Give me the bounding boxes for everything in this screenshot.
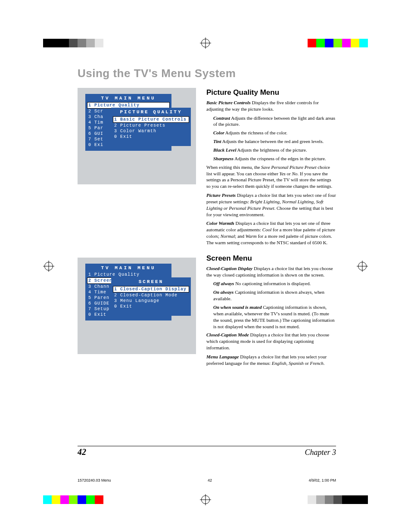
em: No (292, 171, 298, 176)
page-footer: 42 Chapter 3 (78, 446, 336, 457)
color-swatch (95, 39, 103, 47)
color-swatch (308, 495, 316, 504)
chapter-label: Chapter 3 (305, 448, 336, 457)
printer-marks-top (0, 39, 411, 47)
color-swatch (60, 495, 69, 504)
tv-sub-title: SCREEN (112, 278, 190, 286)
color-swatch (316, 39, 325, 47)
tv-menu-item: 1 Basic Picture Controls (113, 116, 189, 123)
color-swatch (69, 39, 78, 47)
tv-menu-item: 1 Closed-Caption Display (113, 286, 189, 292)
color-swatch (342, 39, 351, 47)
term: On when sound is muted (213, 305, 262, 310)
desc: No captioning information is displayed. (234, 281, 311, 286)
registration-mark-right (358, 262, 367, 271)
slug-datetime: 4/9/02, 1:00 PM (308, 478, 336, 482)
em: Warm (246, 233, 257, 239)
tv-submenu-screen: SCREEN 1 Closed-Caption Display2 Closed-… (111, 277, 191, 316)
color-swatch (308, 39, 316, 47)
term: Off always (213, 281, 234, 286)
page-content: Using the TV's Menu System TV MAIN MENU … (78, 67, 336, 369)
color-swatch (69, 495, 78, 504)
tv-menu-screen: TV MAIN MENU 1 Picture Quality2 Screen3 … (78, 258, 196, 354)
desc: Adjusts the difference between the light… (213, 115, 335, 127)
printer-marks-bottom (0, 495, 411, 504)
slug-page: 42 (208, 478, 212, 482)
color-swatch (333, 39, 342, 47)
color-swatch (86, 39, 95, 47)
em: Yes (280, 171, 286, 176)
term: Color Warmth (206, 221, 234, 226)
color-swatch (325, 495, 333, 504)
para-save-preset: When exiting this menu, the Save Persona… (206, 164, 336, 190)
term: Basic Picture Controls (206, 100, 251, 105)
em: Normal (221, 233, 235, 239)
term: Sharpness (213, 156, 234, 161)
color-swatch (351, 495, 359, 504)
tv-submenu-picture-quality: PICTURE QUALITY 1 Basic Picture Controls… (111, 108, 191, 146)
term: Picture Presets (206, 193, 236, 198)
color-swatch (52, 39, 60, 47)
term: Closed-Caption Display (206, 266, 252, 271)
para-on-always: On always Captioning information is show… (213, 289, 336, 302)
tv-menu-item: 3 Menu Language (113, 298, 189, 304)
page-number: 42 (78, 447, 86, 457)
term: Color (213, 130, 224, 135)
slug-file: 15720240.03 Menu (78, 478, 111, 482)
t: or (304, 361, 310, 366)
color-swatch (43, 495, 52, 504)
heading-picture-quality: Picture Quality Menu (206, 88, 336, 98)
color-swatch (359, 39, 368, 47)
t: or (286, 171, 292, 176)
tv-menu-item: 2 Closed-Caption Mode (113, 292, 189, 298)
para-tint: Tint Adjusts the balance between the red… (213, 138, 336, 145)
section-title: Using the TV's Menu System (78, 67, 336, 80)
color-swatch (351, 39, 359, 47)
tv-menu-item: 3 Color Warmth (113, 128, 189, 134)
color-swatch (86, 495, 95, 504)
tv-menu-item: 2 Picture Presets (113, 123, 189, 128)
term: Menu Language (206, 354, 239, 359)
term: On always (213, 289, 234, 295)
tv-menu-item: 0 Exit (113, 304, 189, 309)
para-black-level: Black Level Adjusts the brightness of th… (213, 147, 336, 153)
tv-main-title: TV MAIN MENU (86, 94, 171, 102)
para-contrast: Contrast Adjusts the difference between … (213, 115, 336, 128)
tv-menu-item: 0 Exit (113, 134, 189, 140)
em: French (310, 361, 323, 366)
t: ; and (235, 233, 245, 239)
tv-menu-item: 1 Picture Quality (87, 272, 169, 277)
term: Contrast (213, 115, 230, 121)
registration-mark-top (201, 39, 210, 47)
desc: Adjusts the balance between the red and … (221, 139, 324, 144)
para-sharpness: Sharpness Adjusts the crispness of the e… (213, 156, 336, 162)
em: Spanish (289, 361, 304, 366)
para-color-warmth: Color Warmth Displays a choice list that… (206, 220, 336, 246)
para-basic-picture-controls: Basic Picture Controls Displays the five… (206, 100, 336, 112)
body-text: Picture Quality Menu Basic Picture Contr… (206, 88, 336, 369)
registration-mark-bottom (201, 495, 210, 504)
t: When exiting this menu, the (206, 165, 261, 170)
color-swatch (325, 39, 333, 47)
color-swatch (60, 39, 69, 47)
color-swatch (52, 495, 60, 504)
color-swatch (78, 495, 86, 504)
desc: Adjusts the brightness of the picture. (236, 147, 307, 152)
para-picture-presets: Picture Presets Displays a choice list t… (206, 192, 336, 218)
tv-menu-picture-quality: TV MAIN MENU 1 Picture Quality2 Scr3 Cha… (78, 88, 196, 184)
em: English (272, 361, 286, 366)
color-bar-top-right (308, 39, 368, 47)
para-cc-display: Closed-Caption Display Displays a choice… (206, 265, 336, 278)
term: Black Level (213, 147, 236, 152)
color-swatch (333, 495, 342, 504)
para-on-muted: On when sound is muted Captioning inform… (213, 304, 336, 330)
tv-sub-title: PICTURE QUALITY (112, 108, 190, 116)
color-bar-top-left (43, 39, 103, 47)
color-swatch (95, 495, 103, 504)
tv-main-title: TV MAIN MENU (86, 264, 171, 272)
em: Cool (262, 227, 271, 232)
color-swatch (359, 495, 368, 504)
color-swatch (342, 495, 351, 504)
term: Closed-Caption Mode (206, 332, 249, 337)
para-menu-language: Menu Language Displays a choice list tha… (206, 354, 336, 367)
